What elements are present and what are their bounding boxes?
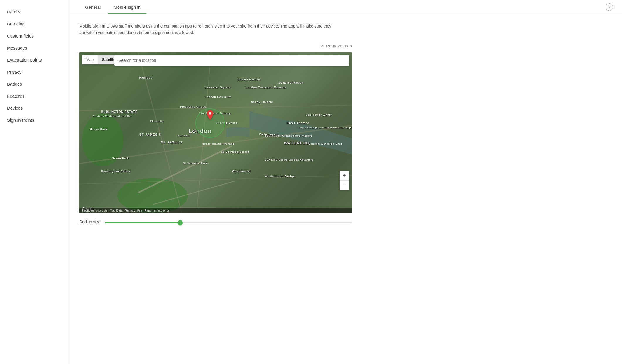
main-content: GeneralMobile sign in? Mobile Sign In al… bbox=[70, 0, 622, 364]
map-label-0: BURLINGTON ESTATE bbox=[101, 110, 137, 113]
map-label-13: Embankment bbox=[259, 133, 279, 136]
help-icon[interactable]: ? bbox=[606, 3, 613, 11]
tab-mobile-sign-in[interactable]: Mobile sign in bbox=[108, 0, 146, 14]
radius-label: Radius size bbox=[79, 220, 100, 224]
map-label-32: Piccadilly bbox=[150, 120, 164, 123]
close-icon: ✕ bbox=[320, 43, 324, 49]
map-label-17: Oxo Tower Wharf bbox=[306, 113, 332, 116]
map-container[interactable]: Map Satellite BURLINGTON ESTATEST JAMES'… bbox=[79, 52, 352, 213]
map-label-24: SEA LIFE Centre London Aquarium bbox=[265, 159, 313, 161]
map-label-11: London Transport Museum bbox=[246, 86, 286, 89]
sidebar: DetailsBrandingCustom fieldsMessagesEvac… bbox=[0, 0, 70, 364]
map-label-31: Pall Mall bbox=[178, 134, 190, 137]
map-label-29: Hamleys bbox=[139, 76, 152, 79]
report-label[interactable]: Report a map error bbox=[144, 209, 169, 212]
keyboard-shortcuts-label[interactable]: Keyboard shortcuts bbox=[82, 209, 107, 212]
map-label-16: River Thames bbox=[287, 121, 310, 125]
map-label-1: ST JAMES'S bbox=[139, 133, 161, 136]
map-search-bar[interactable] bbox=[114, 55, 349, 66]
map-footer: Keyboard shortcuts Map Data Terms of Use… bbox=[79, 208, 352, 213]
radius-section: Radius size bbox=[79, 219, 352, 224]
map-label-28: St James's Park bbox=[183, 162, 207, 165]
map-label-22: Westminster bbox=[232, 170, 251, 173]
map-label-15: Southbank Centre Food Market bbox=[265, 134, 312, 137]
svg-point-10 bbox=[209, 112, 211, 114]
remove-map-label: Remove map bbox=[326, 43, 352, 48]
sidebar-item-badges[interactable]: Badges bbox=[0, 78, 70, 90]
map-label-14: WATERLOO bbox=[284, 141, 310, 145]
sidebar-item-details[interactable]: Details bbox=[0, 6, 70, 18]
map-label-27: Green Park bbox=[112, 157, 129, 160]
map-label-12: Somerset House bbox=[278, 81, 303, 84]
radius-slider[interactable] bbox=[105, 222, 352, 223]
map-label-26: Green Park bbox=[90, 128, 107, 131]
radius-slider-container[interactable] bbox=[105, 219, 352, 224]
map-label-18: King's College London Waterloo Campus bbox=[298, 126, 352, 129]
sidebar-item-sign-in-points[interactable]: Sign In Points bbox=[0, 114, 70, 126]
zoom-in-button[interactable]: + bbox=[340, 171, 349, 181]
sidebar-item-evacuation-points[interactable]: Evacuation points bbox=[0, 54, 70, 66]
map-label-4: Leicester Square bbox=[205, 86, 231, 89]
map-label-2: ST. JAMES'S bbox=[161, 141, 182, 144]
zoom-out-button[interactable]: − bbox=[340, 181, 349, 190]
map-label-25: Buckingham Palace bbox=[101, 170, 131, 173]
map-label-10: Covent Garden bbox=[237, 78, 260, 81]
remove-map-button[interactable]: ✕ Remove map bbox=[79, 43, 352, 49]
map-label-20: Horse Guards Parade bbox=[202, 142, 235, 145]
map-label-6: Piccadilly Circus bbox=[180, 105, 206, 108]
sidebar-item-branding[interactable]: Branding bbox=[0, 18, 70, 30]
terms-label[interactable]: Terms of Use bbox=[125, 209, 142, 212]
tab-general[interactable]: General bbox=[79, 0, 107, 14]
map-label-9: Savoy Theatre bbox=[251, 101, 273, 103]
map-label-19: London Waterloo East bbox=[308, 142, 342, 145]
tabs-bar: GeneralMobile sign in? bbox=[70, 0, 622, 14]
map-search-input[interactable] bbox=[114, 55, 349, 66]
sidebar-item-devices[interactable]: Devices bbox=[0, 102, 70, 114]
map-type-map[interactable]: Map bbox=[82, 55, 98, 64]
description-text: Mobile Sign In allows staff members usin… bbox=[79, 23, 334, 36]
map-label-21: 10 Downing Street bbox=[221, 150, 249, 153]
sidebar-item-custom-fields[interactable]: Custom fields bbox=[0, 30, 70, 42]
sidebar-item-privacy[interactable]: Privacy bbox=[0, 66, 70, 78]
zoom-controls[interactable]: + − bbox=[340, 171, 349, 190]
map-data-label: Map Data bbox=[110, 209, 122, 212]
content-area: Mobile Sign In allows staff members usin… bbox=[70, 14, 622, 364]
map-label-23: Westminster Bridge bbox=[265, 175, 295, 178]
map-pin bbox=[205, 110, 215, 123]
sidebar-item-messages[interactable]: Messages bbox=[0, 42, 70, 54]
sidebar-item-features[interactable]: Features bbox=[0, 90, 70, 102]
map-label-30: Novikov Restaurant and Bar bbox=[93, 115, 132, 118]
map-label-5: London Coliseum bbox=[205, 96, 231, 98]
